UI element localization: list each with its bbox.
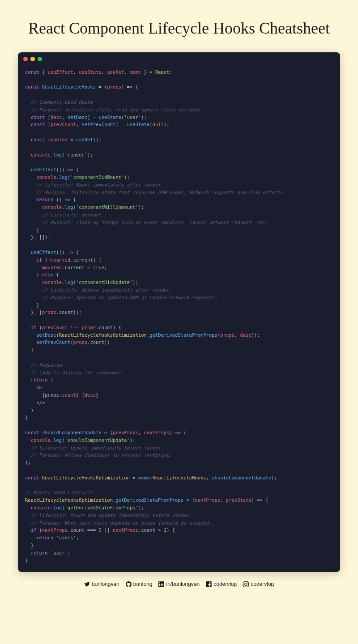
linkedin-handle: in/bunlongvan bbox=[166, 581, 200, 587]
facebook-icon bbox=[206, 581, 212, 587]
twitter-link[interactable]: bunlongvan bbox=[84, 581, 119, 587]
footer: bunlongvan bunlong in/bunlongvan codervl… bbox=[0, 572, 358, 587]
code-block: const { useEffect, useState, useRef, mem… bbox=[18, 66, 340, 572]
instagram-icon bbox=[243, 581, 249, 587]
github-icon bbox=[126, 581, 132, 587]
close-dot-icon bbox=[23, 57, 28, 61]
minimize-dot-icon bbox=[30, 57, 35, 61]
facebook-handle: codervlog bbox=[213, 581, 237, 587]
linkedin-icon bbox=[158, 581, 164, 587]
facebook-link[interactable]: codervlog bbox=[206, 581, 237, 587]
window-controls bbox=[18, 52, 340, 66]
maximize-dot-icon bbox=[38, 57, 42, 61]
code-window: const { useEffect, useState, useRef, mem… bbox=[18, 52, 340, 572]
github-link[interactable]: bunlong bbox=[126, 581, 153, 587]
linkedin-link[interactable]: in/bunlongvan bbox=[158, 581, 200, 587]
instagram-link[interactable]: codervlog bbox=[243, 581, 274, 587]
twitter-icon bbox=[84, 581, 90, 587]
twitter-handle: bunlongvan bbox=[92, 581, 119, 587]
github-handle: bunlong bbox=[133, 581, 153, 587]
page-title: React Component Lifecycle Hooks Cheatshe… bbox=[0, 0, 358, 52]
instagram-handle: codervlog bbox=[251, 581, 274, 587]
